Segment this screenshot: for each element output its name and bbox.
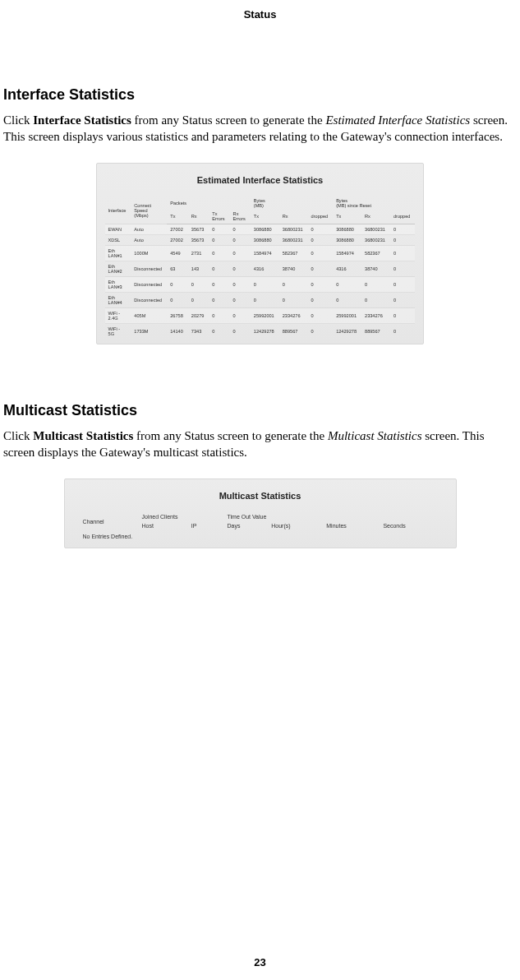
cell-value: 0 xyxy=(167,293,188,308)
cell-value: 3086880 xyxy=(251,235,279,246)
col-subheader: Tx xyxy=(167,210,188,224)
cell-value: 1584974 xyxy=(251,246,279,261)
cell-value: 582367 xyxy=(279,246,308,261)
cell-value: 0 xyxy=(188,277,209,293)
cell-interface: WiFi - 2.4G xyxy=(105,308,131,324)
cell-value: 0 xyxy=(308,261,334,277)
cell-value: 0 xyxy=(308,246,334,261)
bold-text: Interface Statistics xyxy=(33,113,131,127)
col-channel: Channel xyxy=(80,512,139,530)
figure-multicast-statistics: Multicast Statistics Channel Joined Clie… xyxy=(3,478,517,548)
cell-speed: Disconnected xyxy=(131,261,167,277)
table-row: WiFi - 2.4G405M2675820279002599200123342… xyxy=(105,308,416,324)
cell-value: 0 xyxy=(230,293,251,308)
interface-statistics-panel: Estimated Interface Statistics Interface… xyxy=(96,163,425,344)
cell-value: 2334276 xyxy=(279,308,308,324)
col-subheader: Tx xyxy=(251,210,279,224)
col-subheader: Days xyxy=(223,521,268,530)
col-subheader: Rx Errors xyxy=(230,210,251,224)
cell-value: 143 xyxy=(188,261,209,277)
text: Click xyxy=(3,429,33,442)
cell-value: 0 xyxy=(230,246,251,261)
cell-value: 0 xyxy=(230,261,251,277)
cell-value: 0 xyxy=(333,293,361,308)
cell-value: 3086880 xyxy=(333,224,361,235)
page-number: 23 xyxy=(0,956,520,968)
interface-statistics-paragraph: Click Interface Statistics from any Stat… xyxy=(3,112,517,145)
cell-speed: Disconnected xyxy=(131,293,167,308)
cell-value: 0 xyxy=(209,224,229,235)
text: Click xyxy=(3,113,33,127)
col-subheader: Rx xyxy=(279,210,308,224)
cell-value: 12429278 xyxy=(333,324,361,340)
cell-value: 1584974 xyxy=(333,246,361,261)
multicast-statistics-table: Channel Joined Clients Time Out Value Ho… xyxy=(80,512,441,530)
cell-value: 0 xyxy=(390,235,416,246)
col-connect-speed: Connect Speed (Mbps) xyxy=(131,196,167,224)
col-group-bytes: Bytes (MB) xyxy=(251,196,333,210)
cell-value: 0 xyxy=(308,293,334,308)
cell-value: 0 xyxy=(167,277,188,293)
cell-value: 0 xyxy=(230,224,251,235)
cell-value: 0 xyxy=(209,246,229,261)
cell-value: 0 xyxy=(390,324,416,340)
cell-value: 2334276 xyxy=(361,308,390,324)
col-subheader: Tx xyxy=(333,210,361,224)
cell-value: 14140 xyxy=(167,324,188,340)
cell-value: 38740 xyxy=(279,261,308,277)
cell-value: 0 xyxy=(230,308,251,324)
cell-value: 3086880 xyxy=(251,224,279,235)
cell-value: 0 xyxy=(209,235,229,246)
page-header: Status xyxy=(0,0,520,21)
col-interface: Interface xyxy=(105,196,131,224)
cell-value: 4549 xyxy=(167,246,188,261)
cell-value: 0 xyxy=(390,261,416,277)
cell-value: 4316 xyxy=(333,261,361,277)
cell-value: 0 xyxy=(209,324,229,340)
cell-interface: Eth LAN#2 xyxy=(105,261,131,277)
cell-value: 0 xyxy=(230,324,251,340)
col-subheader: Seconds xyxy=(380,521,440,530)
cell-value: 0 xyxy=(390,293,416,308)
cell-value: 36800231 xyxy=(279,224,308,235)
cell-value: 3086880 xyxy=(333,235,361,246)
cell-value: 582367 xyxy=(361,246,390,261)
text: from any Status screen to generate the xyxy=(131,113,326,127)
cell-interface: XDSL xyxy=(105,235,131,246)
cell-value: 0 xyxy=(361,277,390,293)
panel-title: Multicast Statistics xyxy=(80,491,441,501)
figure-interface-statistics: Estimated Interface Statistics Interface… xyxy=(3,163,517,344)
cell-value: 2731 xyxy=(188,246,209,261)
italic-text: Estimated Interface Statistics xyxy=(325,113,470,127)
cell-value: 27002 xyxy=(167,235,188,246)
cell-value: 0 xyxy=(251,277,279,293)
cell-value: 0 xyxy=(279,277,308,293)
cell-value: 0 xyxy=(308,324,334,340)
cell-value: 25992001 xyxy=(333,308,361,324)
multicast-statistics-panel: Multicast Statistics Channel Joined Clie… xyxy=(64,478,457,548)
cell-value: 38740 xyxy=(361,261,390,277)
cell-speed: 405M xyxy=(131,308,167,324)
cell-speed: Auto xyxy=(131,224,167,235)
cell-value: 36800231 xyxy=(279,235,308,246)
col-subheader: Rx xyxy=(188,210,209,224)
multicast-statistics-paragraph: Click Multicast Statistics from any Stat… xyxy=(3,428,517,460)
col-subheader: Minutes xyxy=(323,521,380,530)
col-subheader: IP xyxy=(188,521,224,530)
col-timeout-value: Time Out Value xyxy=(223,512,440,521)
cell-value: 20279 xyxy=(188,308,209,324)
cell-speed: 1000M xyxy=(131,246,167,261)
section-heading-multicast-statistics: Multicast Statistics xyxy=(3,402,517,419)
cell-value: 0 xyxy=(209,293,229,308)
table-row: EWANAuto27002356730030868803680023103086… xyxy=(105,224,416,235)
col-subheader: Tx Errors xyxy=(209,210,229,224)
interface-statistics-table: Interface Connect Speed (Mbps) Packets B… xyxy=(105,196,416,339)
cell-value: 7343 xyxy=(188,324,209,340)
cell-value: 0 xyxy=(209,308,229,324)
cell-value: 0 xyxy=(308,277,334,293)
cell-value: 889567 xyxy=(279,324,308,340)
cell-value: 0 xyxy=(390,277,416,293)
cell-value: 0 xyxy=(333,277,361,293)
col-group-bytes-reset: Bytes (MB) since Reset xyxy=(333,196,415,210)
cell-value: 0 xyxy=(390,224,416,235)
